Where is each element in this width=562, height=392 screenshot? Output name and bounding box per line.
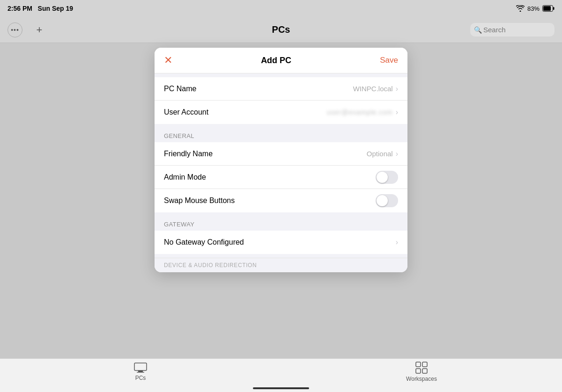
connection-section: PC Name WINPC.local › User Account user@… <box>155 77 407 124</box>
pc-name-chevron: › <box>396 85 398 93</box>
user-account-row[interactable]: User Account user@example.com › <box>155 101 407 124</box>
swap-mouse-knob <box>377 195 388 206</box>
swap-mouse-toggle[interactable] <box>376 194 398 207</box>
gateway-gap <box>155 212 407 216</box>
svg-rect-1 <box>543 6 551 11</box>
partial-section-label: DEVICE & AUDIO REDIRECTION <box>155 258 407 272</box>
more-button[interactable]: ••• <box>7 22 22 37</box>
gateway-label: No Gateway Configured <box>164 238 244 247</box>
status-icons: 83% <box>516 5 555 12</box>
save-button[interactable]: Save <box>380 56 398 65</box>
user-account-value: user@example.com › <box>327 108 398 116</box>
pc-name-row[interactable]: PC Name WINPC.local › <box>155 77 407 101</box>
user-account-chevron: › <box>396 108 398 116</box>
search-input[interactable] <box>470 23 555 36</box>
status-bar: 2:56 PM Sun Sep 19 83% <box>0 0 562 17</box>
svg-rect-2 <box>553 7 555 10</box>
close-button[interactable]: ✕ <box>164 55 172 65</box>
tab-pcs[interactable]: PCs <box>0 363 281 381</box>
pc-name-label: PC Name <box>164 85 196 93</box>
user-account-text: user@example.com <box>327 109 393 116</box>
wifi-icon <box>516 5 525 12</box>
nav-left: ••• + <box>7 22 47 37</box>
admin-mode-toggle[interactable] <box>376 171 398 184</box>
gateway-row[interactable]: No Gateway Configured › <box>155 231 407 254</box>
nav-bar: ••• + PCs 🔍 <box>0 17 562 43</box>
svg-rect-9 <box>422 369 427 373</box>
add-button[interactable]: + <box>32 22 47 37</box>
general-gap <box>155 124 407 128</box>
search-wrapper: 🔍 <box>470 23 555 36</box>
friendly-name-value: Optional › <box>367 150 398 158</box>
modal-header: ✕ Add PC Save <box>155 48 407 73</box>
gateway-section: No Gateway Configured › <box>155 231 407 254</box>
admin-mode-row[interactable]: Admin Mode <box>155 166 407 189</box>
battery-icon <box>542 5 555 12</box>
workspaces-tab-label: Workspaces <box>406 376 437 382</box>
general-section: Friendly Name Optional › Admin Mode Swap… <box>155 142 407 212</box>
home-indicator <box>253 387 309 389</box>
pcs-tab-icon <box>134 363 147 373</box>
svg-rect-6 <box>416 362 421 367</box>
gateway-section-header: GATEWAY <box>155 216 407 231</box>
friendly-name-row[interactable]: Friendly Name Optional › <box>155 142 407 166</box>
svg-rect-8 <box>416 369 421 373</box>
gateway-value: › <box>396 238 398 247</box>
pc-name-value: WINPC.local › <box>353 85 398 93</box>
swap-mouse-row[interactable]: Swap Mouse Buttons <box>155 189 407 212</box>
modal-title: Add PC <box>261 56 291 65</box>
search-icon: 🔍 <box>474 26 482 34</box>
svg-rect-4 <box>138 370 143 372</box>
modal-overlay: ✕ Add PC Save PC Name WINPC.local › User… <box>0 43 562 364</box>
status-time: 2:56 PM Sun Sep 19 <box>7 5 73 12</box>
workspaces-tab-icon <box>415 362 428 374</box>
svg-rect-3 <box>134 363 147 370</box>
friendly-name-label: Friendly Name <box>164 150 213 158</box>
svg-rect-5 <box>137 372 144 373</box>
tab-workspaces[interactable]: Workspaces <box>281 362 562 382</box>
user-account-label: User Account <box>164 108 208 116</box>
admin-mode-label: Admin Mode <box>164 173 206 181</box>
admin-mode-knob <box>377 172 388 183</box>
friendly-name-chevron: › <box>396 150 398 158</box>
top-gap <box>155 73 407 77</box>
swap-mouse-label: Swap Mouse Buttons <box>164 196 235 205</box>
battery-percent: 83% <box>527 5 540 12</box>
bottom-gap <box>155 254 407 258</box>
svg-rect-7 <box>422 362 427 367</box>
page-title: PCs <box>272 24 290 35</box>
add-pc-modal: ✕ Add PC Save PC Name WINPC.local › User… <box>155 48 407 272</box>
pcs-tab-label: PCs <box>135 375 146 381</box>
gateway-chevron: › <box>396 238 398 247</box>
general-section-header: GENERAL <box>155 128 407 142</box>
